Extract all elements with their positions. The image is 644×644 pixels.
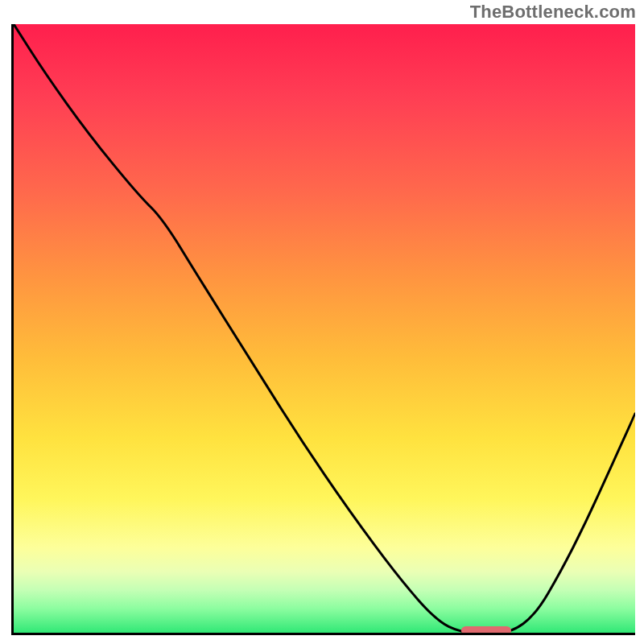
optimal-range-marker [461,626,511,635]
plot-area [11,24,635,635]
chart-frame: TheBottleneck.com [0,0,644,644]
bottleneck-curve [14,24,635,633]
watermark-text: TheBottleneck.com [470,2,636,23]
